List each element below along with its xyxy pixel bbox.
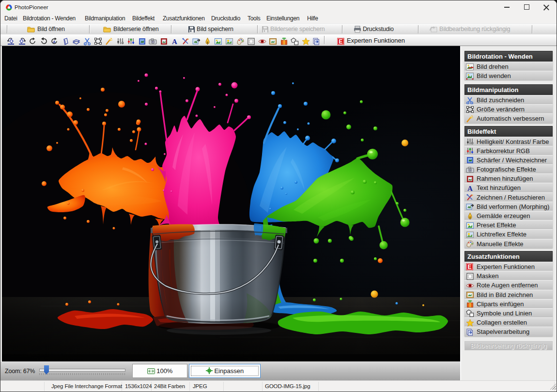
svg-text:E: E (467, 264, 471, 270)
svg-text:A: A (467, 185, 473, 192)
svg-text:E: E (339, 38, 342, 45)
svg-text:A: A (172, 38, 177, 46)
svg-text:A: A (53, 40, 56, 44)
